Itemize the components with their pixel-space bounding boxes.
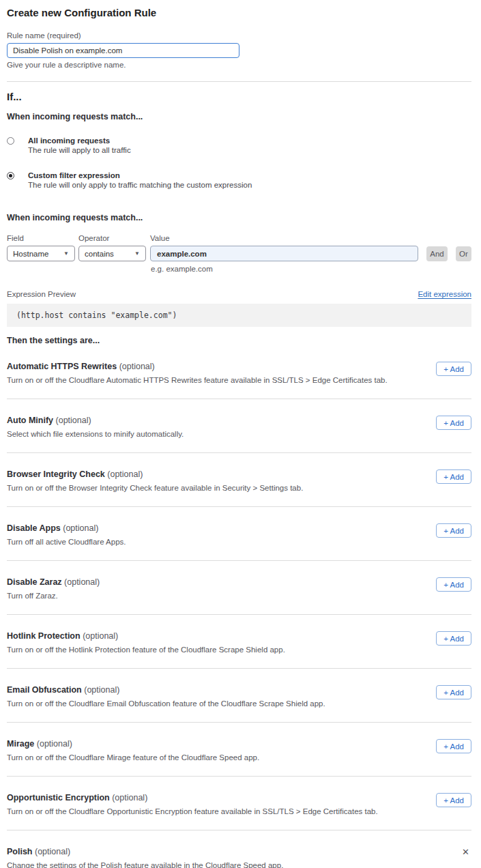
section-divider [7,81,471,82]
incoming-requests-match-label: When incoming requests match... [7,112,471,121]
field-select[interactable]: Hostname ▼ [7,246,75,261]
setting-title: Browser Integrity Check [7,469,105,479]
close-icon[interactable]: ✕ [462,848,469,856]
setting-title: Auto Minify [7,416,53,425]
setting-optional-suffix: (optional) [83,631,118,641]
setting-title: Email Obfuscation [7,685,82,695]
setting-optional-suffix: (optional) [64,577,100,587]
setting-description: Turn off all active Cloudflare Apps. [7,538,471,547]
setting-title: Disable Zaraz [7,577,62,587]
add-setting-button[interactable]: + Add [436,685,471,699]
rule-name-label: Rule name (required) [7,31,471,40]
expression-code-text: (http.host contains "example.com") [16,310,177,320]
setting-optional-suffix: (optional) [37,739,72,749]
setting-description: Change the settings of the Polish featur… [7,861,471,868]
setting-row: Disable Zaraz (optional) Turn off Zaraz.… [7,561,471,615]
or-button[interactable]: Or [456,246,471,261]
setting-optional-suffix: (optional) [56,416,91,425]
chevron-down-icon: ▼ [63,250,69,257]
setting-description: Turn off Zaraz. [7,592,471,601]
add-setting-button[interactable]: + Add [436,523,471,538]
add-setting-button[interactable]: + Add [436,793,471,807]
radio-option-all-incoming-requests[interactable]: All incoming requests The rule will appl… [7,136,471,155]
radio-selected-icon[interactable] [7,172,14,179]
setting-row: Hotlink Protection (optional) Turn on or… [7,615,471,669]
setting-row: Mirage (optional) Turn on or off the Clo… [7,723,471,777]
value-input[interactable] [150,246,418,261]
setting-row: Browser Integrity Check (optional) Turn … [7,453,471,507]
radio-label: All incoming requests [28,136,131,145]
setting-description: Turn on or off the Browser Integrity Che… [7,484,471,493]
setting-description: Select which file extensions to minify a… [7,430,471,439]
radio-description: The rule will only apply to traffic matc… [28,181,252,190]
expression-builder-column-labels: Field Operator Value [7,234,471,243]
settings-heading: Then the settings are... [7,336,471,345]
setting-title: Mirage [7,739,34,749]
match-type-radio-group: All incoming requests The rule will appl… [7,136,471,190]
add-setting-button[interactable]: + Add [436,362,471,376]
expression-preview-label: Expression Preview [7,290,76,299]
setting-title: Polish [7,847,33,856]
setting-description: Turn on or off the Cloudflare Mirage fea… [7,753,471,762]
chevron-down-icon: ▼ [134,250,140,257]
setting-optional-suffix: (optional) [112,793,147,802]
rule-name-input[interactable] [7,43,239,58]
setting-optional-suffix: (optional) [84,685,119,695]
field-select-value: Hostname [13,250,48,258]
settings-list: Automatic HTTPS Rewrites (optional) Turn… [7,345,471,868]
radio-option-custom-filter-expression[interactable]: Custom filter expression The rule will o… [7,171,471,190]
expression-preview-header: Expression Preview Edit expression [7,290,471,299]
expression-builder-row: Hostname ▼ contains ▼ And Or [7,246,471,261]
add-setting-button[interactable]: + Add [436,416,471,430]
add-setting-button[interactable]: + Add [436,739,471,753]
setting-row: Email Obfuscation (optional) Turn on or … [7,669,471,723]
setting-description: Turn on or off the Cloudflare Automatic … [7,376,471,385]
radio-unselected-icon[interactable] [7,137,14,145]
rule-name-helper: Give your rule a descriptive name. [7,61,471,70]
if-heading: If... [7,91,471,102]
setting-row: Disable Apps (optional) Turn off all act… [7,507,471,561]
operator-select[interactable]: contains ▼ [78,246,146,261]
setting-title: Hotlink Protection [7,631,81,641]
and-button[interactable]: And [426,246,448,261]
setting-row: Opportunistic Encryption (optional) Turn… [7,777,471,830]
setting-title: Automatic HTTPS Rewrites [7,362,117,371]
add-setting-button[interactable]: + Add [436,631,471,646]
radio-label: Custom filter expression [28,171,252,180]
field-column-label: Field [7,234,78,243]
operator-column-label: Operator [78,234,150,243]
setting-optional-suffix: (optional) [35,847,70,856]
setting-row: Automatic HTTPS Rewrites (optional) Turn… [7,345,471,399]
operator-select-value: contains [85,250,114,258]
setting-optional-suffix: (optional) [119,362,155,371]
expression-builder-heading: When incoming requests match... [7,213,471,222]
setting-row: Auto Minify (optional) Select which file… [7,399,471,453]
radio-description: The rule will apply to all traffic [28,146,131,155]
value-helper: e.g. example.com [151,265,471,274]
expression-preview-code: (http.host contains "example.com") [7,304,471,327]
setting-optional-suffix: (optional) [107,469,143,479]
page-title: Create new Configuration Rule [7,7,471,18]
setting-description: Turn on or off the Cloudflare Opportunis… [7,807,471,816]
setting-title: Opportunistic Encryption [7,793,110,802]
setting-row: Polish (optional) Change the settings of… [7,830,471,868]
setting-optional-suffix: (optional) [63,523,98,533]
create-configuration-rule-page: Create new Configuration Rule Rule name … [0,0,481,868]
setting-description: Turn on or off the Hotlink Protection fe… [7,646,471,654]
setting-title: Disable Apps [7,523,61,533]
edit-expression-link[interactable]: Edit expression [418,290,471,298]
add-setting-button[interactable]: + Add [436,469,471,484]
add-setting-button[interactable]: + Add [436,577,471,592]
value-column-label: Value [150,234,170,243]
setting-description: Turn on or off the Cloudflare Email Obfu… [7,699,471,708]
